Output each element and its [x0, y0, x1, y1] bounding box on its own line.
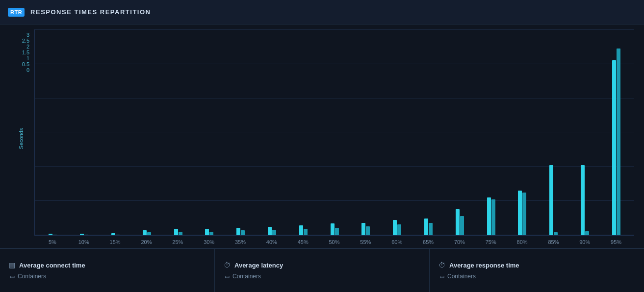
bar-group [225, 29, 257, 235]
legend-sub-icon: ▭ [10, 273, 15, 280]
legend-item: ⏱ Average latency ▭ Containers [215, 249, 430, 292]
y-label: 3 [26, 32, 29, 38]
bar-group [194, 29, 225, 235]
bar-b2 [366, 226, 370, 235]
bar-b1 [174, 229, 178, 235]
bar-group [600, 29, 632, 235]
bar-group [569, 29, 601, 235]
bar-group [257, 29, 288, 235]
legend-title: Average latency [234, 262, 283, 269]
y-label: 1.5 [22, 49, 29, 55]
bar-b2 [147, 232, 151, 235]
x-label: 90% [569, 239, 600, 245]
legend-sub-row: ▭ Containers [224, 273, 420, 280]
bar-b2 [241, 230, 245, 235]
x-label: 5% [37, 239, 68, 245]
bar-b1 [581, 165, 585, 235]
bar-group [475, 29, 507, 235]
bar-b1 [268, 227, 272, 235]
bar-b1 [549, 165, 553, 235]
legend-sub-icon: ▭ [439, 273, 444, 280]
legend-item: ⏱ Average response time ▭ Containers [430, 249, 644, 292]
legend-sub-text: Containers [18, 273, 46, 280]
bar-group [507, 29, 538, 235]
bar-b1 [143, 230, 147, 235]
bar-b1 [236, 228, 240, 235]
app-container: RTR RESPONSE TIMES REPARTITION Seconds 3… [0, 0, 644, 292]
x-label: 85% [538, 239, 569, 245]
bar-b2 [522, 193, 526, 235]
bar-b1 [424, 219, 428, 235]
x-label: 55% [350, 239, 381, 245]
x-label: 45% [287, 239, 319, 245]
y-label: 0 [26, 67, 29, 73]
legend-sub-text: Containers [447, 273, 476, 280]
chart-area: Seconds 32.521.510.50 5%10%15%20%25%30%3… [0, 24, 644, 248]
legend-title-row: ▤ Average connect time [9, 261, 206, 269]
legend-sub-row: ▭ Containers [438, 273, 635, 280]
logo-badge: RTR [8, 8, 25, 17]
legend-sub-icon: ▭ [225, 273, 230, 280]
bar-b2 [179, 232, 182, 235]
bar-b2 [272, 230, 276, 235]
x-label: 60% [381, 239, 412, 245]
x-label: 35% [225, 239, 256, 245]
bar-b1 [331, 223, 335, 235]
x-labels: 5%10%15%20%25%30%35%40%45%50%55%60%65%70… [34, 239, 634, 245]
bar-group [538, 29, 569, 235]
chart-wrapper: Seconds 32.521.510.50 5%10%15%20%25%30%3… [10, 29, 634, 248]
bar-group [131, 29, 162, 235]
bar-b1 [49, 234, 52, 235]
bar-b2 [116, 235, 120, 235]
page-title: RESPONSE TIMES REPARTITION [30, 8, 151, 16]
x-label: 40% [256, 239, 287, 245]
x-label: 80% [507, 239, 538, 245]
bar-b1 [612, 60, 616, 235]
x-label: 25% [162, 239, 193, 245]
x-label: 15% [100, 239, 131, 245]
bar-b2 [209, 232, 213, 235]
bar-b2 [397, 224, 401, 235]
bar-b1 [393, 220, 397, 235]
bar-group [69, 29, 100, 235]
bar-b1 [111, 233, 115, 235]
bar-b2 [617, 49, 620, 235]
y-label: 0.5 [22, 61, 29, 67]
bar-group [287, 29, 319, 235]
x-label: 65% [412, 239, 444, 245]
bar-group [319, 29, 350, 235]
bar-group [37, 29, 69, 235]
bar-b2 [335, 228, 339, 235]
bar-b2 [585, 231, 589, 235]
y-label: 2.5 [22, 38, 29, 44]
x-label: 75% [475, 239, 507, 245]
bar-group [444, 29, 475, 235]
legend-title-row: ⏱ Average latency [224, 261, 420, 269]
y-axis-title: Seconds [18, 128, 24, 149]
bar-group [100, 29, 131, 235]
x-label: 10% [68, 239, 100, 245]
y-axis: 32.521.510.50 [15, 29, 34, 88]
y-label: 2 [26, 44, 29, 49]
legend-icon: ⏱ [438, 261, 445, 269]
x-label: 95% [600, 239, 632, 245]
x-label: 20% [131, 239, 162, 245]
bar-group [413, 29, 444, 235]
legend-title: Average connect time [19, 262, 85, 269]
header: RTR RESPONSE TIMES REPARTITION [0, 0, 644, 24]
bar-b1 [80, 234, 84, 235]
bar-b2 [554, 232, 558, 235]
legend-sub-text: Containers [232, 273, 261, 280]
bar-b2 [53, 235, 57, 235]
legend-item: ▤ Average connect time ▭ Containers [0, 249, 215, 292]
legend-title: Average response time [449, 262, 519, 269]
bar-b1 [205, 229, 209, 235]
bar-group [162, 29, 194, 235]
x-axis: 5%10%15%20%25%30%35%40%45%50%55%60%65%70… [34, 236, 634, 248]
bar-b1 [518, 191, 522, 235]
legend-icon: ⏱ [224, 261, 231, 269]
bar-b2 [491, 199, 495, 235]
x-label: 50% [319, 239, 350, 245]
bar-group [382, 29, 413, 235]
bar-b1 [487, 197, 491, 235]
